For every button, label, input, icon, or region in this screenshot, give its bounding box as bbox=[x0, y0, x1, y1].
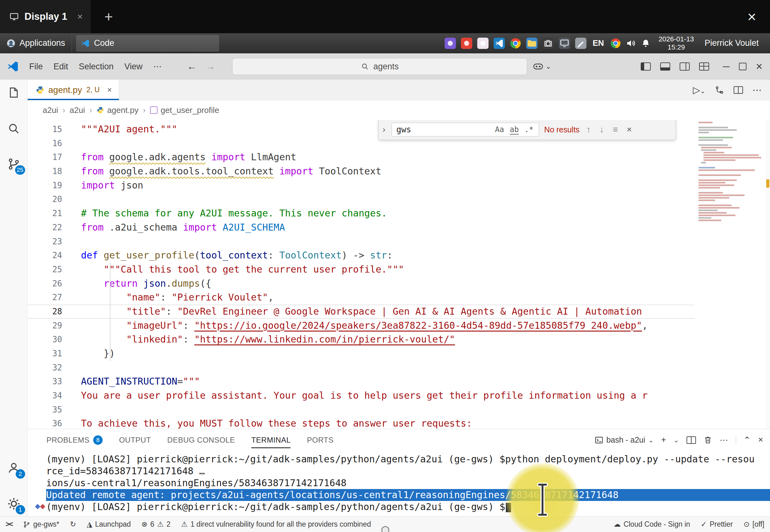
find-input[interactable]: gws Aa ab .* bbox=[392, 123, 539, 136]
problems-status[interactable]: ⊗ 6 ⚠ 2 bbox=[142, 520, 171, 529]
code-line[interactable]: 20 bbox=[28, 192, 770, 206]
sidebar-item-explorer[interactable] bbox=[5, 84, 23, 102]
tab-ports[interactable]: PORTS bbox=[307, 429, 334, 451]
split-terminal-icon[interactable] bbox=[687, 436, 696, 444]
keyboard-layout-indicator[interactable]: EN bbox=[591, 38, 605, 48]
cloud-code-signin[interactable]: ☁ Cloud Code - Sign in bbox=[613, 520, 690, 529]
nav-back-icon[interactable]: ← bbox=[183, 61, 201, 72]
window-close-icon[interactable]: × bbox=[756, 60, 762, 73]
menu-file[interactable]: File bbox=[24, 62, 48, 72]
tray-vscode-icon[interactable] bbox=[494, 38, 505, 49]
vulnerability-status[interactable]: ⚠ 1 direct vulnerability found for all t… bbox=[181, 520, 371, 529]
tab-problems[interactable]: PROBLEMS 8 bbox=[46, 429, 103, 451]
overview-ruler[interactable] bbox=[766, 120, 770, 429]
breadcrumb-item-symbol[interactable]: get_user_profile bbox=[150, 105, 219, 115]
toggle-replace-icon[interactable]: › bbox=[381, 125, 387, 135]
vnc-window-close-icon[interactable]: × bbox=[747, 8, 756, 25]
accounts-icon[interactable]: 2 bbox=[5, 459, 23, 477]
find-in-selection-icon[interactable]: ≡ bbox=[611, 125, 620, 135]
code-line[interactable]: 34You are a user profile assistant. Your… bbox=[28, 389, 770, 403]
tray-display-icon[interactable] bbox=[559, 38, 570, 49]
code-line[interactable]: 19import json bbox=[28, 178, 770, 193]
terminal[interactable]: (myenv) [LOAS2] pierrick@pierrick:~/git/… bbox=[28, 451, 770, 516]
tab-terminal[interactable]: TERMINAL bbox=[251, 429, 291, 451]
terminal-line[interactable]: (myenv) [LOAS2] pierrick@pierrick:~/git/… bbox=[46, 501, 770, 513]
remote-indicator[interactable]: >< bbox=[6, 520, 12, 529]
new-terminal-icon[interactable]: + bbox=[661, 435, 666, 445]
code-line[interactable]: 29 "imageUrl": "https://io.google/2024/s… bbox=[28, 319, 770, 333]
maximize-panel-icon[interactable]: ⌃ bbox=[744, 435, 751, 445]
code-line[interactable]: 31 }) bbox=[28, 347, 770, 361]
code-line[interactable]: 32 bbox=[28, 361, 770, 375]
sync-status[interactable]: ↻ bbox=[70, 520, 76, 529]
code-editor[interactable]: 15"""A2UI agent."""1617from google.adk.a… bbox=[28, 120, 770, 429]
customize-layout-icon[interactable] bbox=[699, 62, 709, 71]
notifications-bell-icon[interactable] bbox=[641, 39, 650, 48]
settings-gear-icon[interactable]: 1 bbox=[5, 495, 23, 513]
window-maximize-icon[interactable] bbox=[739, 63, 746, 70]
tray-screenshot-icon[interactable] bbox=[543, 38, 554, 49]
command-center-search[interactable]: agents bbox=[232, 58, 527, 75]
terminal-line-selected[interactable]: Updated remote agent: projects/a2ui-agen… bbox=[46, 489, 770, 501]
code-line[interactable]: 35 bbox=[28, 403, 770, 417]
terminal-line[interactable]: rce_id=5834638717142171648 … bbox=[46, 465, 770, 477]
breadcrumb-item[interactable]: a2ui bbox=[43, 105, 58, 115]
nav-forward-icon[interactable]: → bbox=[201, 61, 220, 72]
window-button-code[interactable]: Code bbox=[76, 35, 219, 51]
find-close-icon[interactable]: × bbox=[625, 125, 634, 135]
minimap[interactable] bbox=[695, 120, 766, 429]
code-line[interactable]: 24def get_user_profile(tool_context: Too… bbox=[28, 248, 770, 263]
split-editor-icon[interactable] bbox=[734, 86, 743, 94]
terminal-line[interactable]: ions/us-central1/reasoningEngines/583463… bbox=[46, 477, 770, 489]
match-case-icon[interactable]: Aa bbox=[492, 125, 507, 134]
run-python-file-button[interactable]: ▷⌄ bbox=[693, 84, 705, 95]
terminal-profile-selector[interactable]: bash - a2ui ⌄ bbox=[595, 435, 654, 444]
code-line[interactable]: 23 bbox=[28, 235, 770, 249]
code-line[interactable]: 26 return json.dumps({ bbox=[28, 277, 770, 291]
find-previous-icon[interactable]: ↑ bbox=[585, 125, 593, 135]
tray-chrome-icon-2[interactable] bbox=[610, 38, 621, 49]
window-minimize-icon[interactable]: ─ bbox=[723, 61, 730, 72]
find-next-icon[interactable]: ↓ bbox=[598, 125, 606, 135]
editor-more-actions-icon[interactable]: ⋯ bbox=[752, 84, 762, 95]
tab-agent-py[interactable]: agent.py 2, U × bbox=[28, 80, 119, 100]
code-line[interactable]: 36To achieve this, you MUST follow these… bbox=[28, 417, 770, 429]
tray-app-icon-3[interactable] bbox=[477, 38, 489, 49]
copilot-button[interactable]: ⌄ bbox=[533, 62, 551, 71]
tray-chrome-icon[interactable] bbox=[510, 38, 521, 49]
kill-terminal-icon[interactable] bbox=[703, 436, 712, 444]
menu-more-icon[interactable]: ⋯ bbox=[148, 61, 167, 72]
close-panel-icon[interactable]: × bbox=[758, 435, 763, 445]
terminal-dropdown-icon[interactable]: ⌄ bbox=[674, 436, 679, 444]
menu-view[interactable]: View bbox=[119, 62, 148, 72]
sidebar-item-source-control[interactable]: 25 bbox=[5, 155, 23, 173]
tray-tool-icon[interactable] bbox=[575, 38, 586, 49]
code-line[interactable]: 33AGENT_INSTRUCTION=""" bbox=[28, 375, 770, 389]
toggle-panel-icon[interactable] bbox=[660, 62, 670, 71]
code-line[interactable]: 25 """Call this tool to get the current … bbox=[28, 263, 770, 277]
code-line[interactable]: 18from google.adk.tools.tool_context imp… bbox=[28, 164, 770, 178]
applications-menu-button[interactable]: Applications bbox=[0, 33, 72, 53]
panel-more-actions-icon[interactable]: ⋯ bbox=[720, 435, 728, 445]
code-line[interactable]: 30 "linkedin": "https://www.linkedin.com… bbox=[28, 333, 770, 347]
vnc-tab-close-icon[interactable]: × bbox=[77, 11, 83, 22]
whole-word-icon[interactable]: ab bbox=[507, 125, 522, 134]
tab-debug-console[interactable]: DEBUG CONSOLE bbox=[167, 429, 235, 451]
code-line[interactable]: 28 "title": "DevRel Engineer @ Google Wo… bbox=[28, 305, 770, 319]
clock[interactable]: 2026-01-13 15:29 bbox=[655, 35, 697, 51]
vnc-new-tab-button[interactable]: + bbox=[104, 8, 113, 25]
toggle-primary-sidebar-icon[interactable] bbox=[641, 62, 651, 71]
tray-files-icon[interactable] bbox=[526, 38, 537, 49]
code-line[interactable]: 21# The schema for any A2UI message. Thi… bbox=[28, 206, 770, 221]
toggle-secondary-sidebar-icon[interactable] bbox=[680, 62, 690, 71]
menu-selection[interactable]: Selection bbox=[73, 62, 119, 72]
launchpad-status[interactable]: ◮ Launchpad bbox=[87, 520, 131, 529]
terminal-line[interactable]: (myenv) [LOAS2] pierrick@pierrick:~/git/… bbox=[46, 453, 770, 465]
screencast-status[interactable]: ⊙ [off] bbox=[744, 520, 764, 529]
source-control-graph-icon[interactable] bbox=[715, 85, 724, 95]
menu-edit[interactable]: Edit bbox=[48, 62, 74, 72]
volume-icon[interactable] bbox=[626, 38, 636, 48]
code-line[interactable]: 17from google.adk.agents import LlmAgent bbox=[28, 150, 770, 164]
tab-output[interactable]: OUTPUT bbox=[119, 429, 151, 451]
breadcrumb-item[interactable]: a2ui bbox=[70, 105, 85, 115]
